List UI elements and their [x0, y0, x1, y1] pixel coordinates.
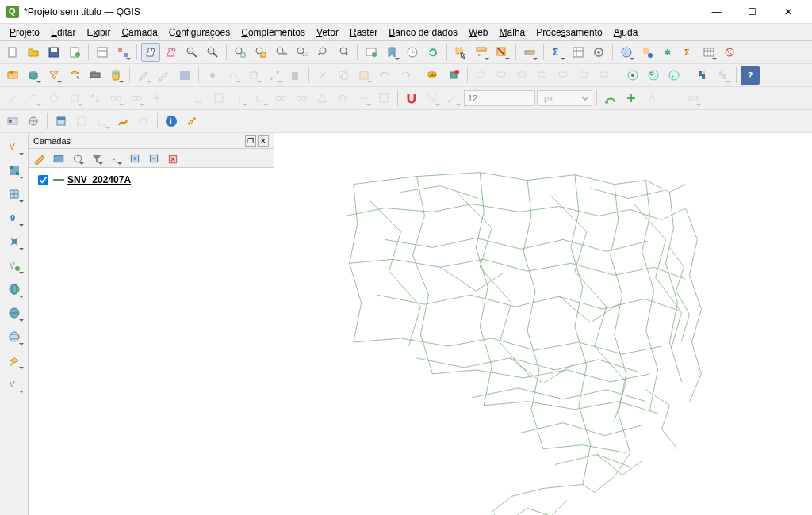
deselect-all-button[interactable]	[492, 43, 511, 62]
add-xyz-layer-button[interactable]: V	[3, 350, 25, 371]
snap-tolerance-input[interactable]	[464, 90, 535, 106]
measure-button[interactable]	[520, 43, 539, 62]
snap-unit-select[interactable]: px	[537, 90, 592, 106]
menu-ajuda[interactable]: Ajuda	[609, 25, 643, 40]
plugin-wrench-button[interactable]	[182, 112, 201, 131]
plugin-search-button[interactable]	[644, 66, 663, 85]
show-hide-labels-button[interactable]	[492, 66, 511, 85]
menu-editar[interactable]: Editar	[46, 25, 80, 40]
python-button-2[interactable]	[713, 66, 732, 85]
undo-button[interactable]	[375, 66, 394, 85]
adv-digitize-13[interactable]	[251, 89, 270, 108]
snapping-config-button[interactable]	[423, 89, 442, 108]
label-toolbar-2[interactable]	[444, 66, 463, 85]
menu-web[interactable]: Web	[464, 25, 492, 40]
zoom-native-button[interactable]: 1:1	[293, 43, 312, 62]
menu-complementos[interactable]: Complementos	[236, 25, 310, 40]
copy-features-button[interactable]	[334, 66, 353, 85]
add-feature-button[interactable]	[203, 66, 222, 85]
filter-legend-button[interactable]	[89, 151, 105, 166]
digitize-button[interactable]	[224, 66, 243, 85]
adv-digitize-18[interactable]	[354, 89, 373, 108]
python-console-button[interactable]	[692, 66, 711, 85]
temporal-controller-button[interactable]	[403, 43, 422, 62]
select-features-button[interactable]	[451, 43, 470, 62]
map-tips-button[interactable]	[638, 43, 657, 62]
refresh-button[interactable]	[423, 43, 442, 62]
vertex-tool-button[interactable]	[265, 66, 284, 85]
plugin-btn-2[interactable]	[24, 112, 43, 131]
pan-to-selection-button[interactable]	[162, 43, 181, 62]
menu-configuracoes[interactable]: Configurações	[164, 25, 235, 40]
menu-camada[interactable]: Camada	[117, 25, 162, 40]
rotate-label-button[interactable]	[534, 66, 553, 85]
add-raster-layer-button[interactable]	[3, 160, 25, 181]
menu-banco-dados[interactable]: Banco de dados	[384, 25, 462, 40]
zoom-next-button[interactable]	[334, 43, 353, 62]
redo-button[interactable]	[396, 66, 415, 85]
move-label-button[interactable]	[513, 66, 532, 85]
current-edits-button[interactable]	[134, 66, 153, 85]
add-wcs-layer-button[interactable]	[3, 303, 25, 323]
panel-close-button[interactable]: ✕	[258, 135, 269, 147]
zoom-selection-button[interactable]	[251, 43, 270, 62]
topological-editing-button[interactable]	[601, 89, 620, 108]
adv-digitize-12[interactable]	[230, 89, 249, 108]
adv-digitize-7[interactable]	[127, 89, 146, 108]
new-memory-vector-button[interactable]	[86, 66, 105, 85]
map-canvas[interactable]	[274, 133, 812, 515]
menu-exibir[interactable]: Exibir	[82, 25, 115, 40]
label-prop-button-2[interactable]	[596, 66, 615, 85]
new-spatial-bookmark-button[interactable]	[382, 43, 401, 62]
add-delimited-text-button[interactable]: 9	[3, 208, 25, 228]
collapse-all-button[interactable]	[146, 151, 162, 166]
maximize-button[interactable]: ☐	[734, 0, 770, 24]
new-shapefile-button[interactable]: V	[44, 66, 63, 85]
plugin-info-button[interactable]: i	[162, 112, 181, 131]
zoom-full-button[interactable]	[231, 43, 250, 62]
self-snapping-button[interactable]	[642, 89, 661, 108]
layout-manager-button[interactable]	[93, 43, 112, 62]
plugin-btn-5[interactable]	[93, 112, 112, 131]
delete-selected-button[interactable]	[285, 66, 304, 85]
open-field-calculator-button[interactable]: Σ	[548, 43, 567, 62]
new-virtual-layer-button[interactable]	[65, 66, 84, 85]
attribute-table-button[interactable]	[699, 43, 718, 62]
adv-digitize-1[interactable]	[3, 89, 22, 108]
help-button[interactable]: ?	[741, 66, 760, 85]
new-print-layout-button[interactable]	[65, 43, 84, 62]
minimize-button[interactable]: —	[699, 0, 734, 24]
expand-all-button[interactable]	[127, 151, 143, 166]
menu-projeto[interactable]: Projeto	[5, 25, 44, 40]
new-project-button[interactable]	[3, 43, 22, 62]
adv-digitize-9[interactable]	[168, 89, 187, 108]
add-wms-layer-button[interactable]	[3, 279, 25, 299]
panel-undock-button[interactable]: ❐	[245, 135, 256, 147]
sigma-button[interactable]: Σ	[679, 43, 698, 62]
layer-item-snv[interactable]: SNV_202407A	[33, 173, 269, 187]
adv-digitize-19[interactable]	[374, 89, 393, 108]
menu-vetor[interactable]: Vetor	[312, 25, 343, 40]
change-label-button[interactable]	[554, 66, 573, 85]
style-manager-button[interactable]	[113, 43, 132, 62]
zoom-last-button[interactable]	[313, 43, 332, 62]
toolbox-button[interactable]	[589, 43, 608, 62]
tracing-button[interactable]	[663, 89, 682, 108]
plugin-btn-3[interactable]	[52, 112, 71, 131]
zoom-in-button[interactable]: +	[182, 43, 201, 62]
move-feature-button[interactable]	[244, 66, 263, 85]
pin-labels-button[interactable]	[472, 66, 491, 85]
adv-digitize-6[interactable]	[106, 89, 125, 108]
plugin-btn-4[interactable]	[72, 112, 91, 131]
adv-digitize-14[interactable]	[271, 89, 290, 108]
statistical-summary-button[interactable]	[569, 43, 588, 62]
snapping-type-button[interactable]	[443, 89, 462, 108]
new-gps-button[interactable]	[106, 66, 125, 85]
add-wfs-layer-button[interactable]	[3, 326, 25, 347]
menu-processamento[interactable]: Processamento	[531, 25, 607, 40]
label-toolbar-1[interactable]: abc	[423, 66, 442, 85]
open-layer-styling-button[interactable]	[32, 151, 48, 166]
processing-button[interactable]: ✱	[658, 43, 677, 62]
add-virtual-layer-button[interactable]: V	[3, 255, 25, 276]
menu-raster[interactable]: Raster	[345, 25, 382, 40]
